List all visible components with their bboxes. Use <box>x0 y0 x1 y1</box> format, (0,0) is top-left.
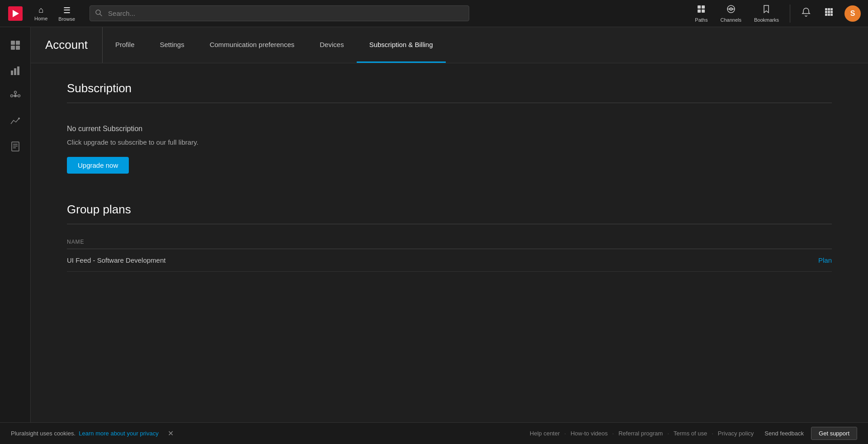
top-nav: ⌂ Home ☰ Browse Paths <box>0 0 868 27</box>
search-input[interactable] <box>90 5 469 21</box>
left-sidebar <box>0 27 31 444</box>
footer-link-help[interactable]: Help center <box>530 430 560 437</box>
svg-point-27 <box>10 95 13 97</box>
upgrade-now-button[interactable]: Upgrade now <box>67 157 129 174</box>
user-avatar[interactable]: S <box>844 5 861 22</box>
apps-button[interactable] <box>818 5 839 22</box>
content-area: Subscription No current Subscription Cli… <box>31 63 868 444</box>
sidebar-item-grid[interactable] <box>5 34 26 56</box>
svg-rect-19 <box>11 41 15 45</box>
footer-link-privacy[interactable]: Privacy policy <box>718 430 754 437</box>
tab-subscription[interactable]: Subscription & Billing <box>357 27 446 63</box>
footer-links: Help center · How-to videos · Referral p… <box>530 430 754 437</box>
bookmarks-icon <box>761 4 771 16</box>
group-plan-link[interactable]: Plan <box>818 256 832 264</box>
tab-settings[interactable]: Settings <box>147 27 197 63</box>
account-title: Account <box>45 27 103 63</box>
channels-icon <box>726 4 736 16</box>
tab-communication[interactable]: Communication preferences <box>197 27 307 63</box>
search-bar <box>90 5 469 21</box>
upgrade-hint-text: Click upgrade to subscribe to our full l… <box>67 138 832 146</box>
svg-rect-5 <box>702 5 705 9</box>
svg-rect-14 <box>828 11 830 13</box>
send-feedback-button[interactable]: Send feedback <box>764 430 804 437</box>
subscription-content: No current Subscription Click upgrade to… <box>67 118 832 181</box>
group-plan-name: UI Feed - Software Development <box>67 256 165 264</box>
nav-divider <box>790 5 790 23</box>
browse-icon: ☰ <box>63 5 71 15</box>
paths-nav-item[interactable]: Paths <box>689 2 713 24</box>
get-support-button[interactable]: Get support <box>811 427 857 440</box>
svg-rect-16 <box>825 14 827 16</box>
svg-rect-11 <box>828 8 830 10</box>
home-nav-item[interactable]: ⌂ Home <box>31 5 51 21</box>
tab-profile[interactable]: Profile <box>103 27 147 63</box>
footer-link-referral[interactable]: Referral program <box>618 430 663 437</box>
channels-nav-item[interactable]: Channels <box>715 2 746 24</box>
group-plans-title: Group plans <box>67 203 832 217</box>
svg-point-28 <box>18 95 20 97</box>
subscription-divider <box>67 103 832 103</box>
cookie-learn-more-link[interactable]: Learn more about your privacy <box>79 430 158 437</box>
bookmarks-label: Bookmarks <box>754 17 779 23</box>
bookmarks-nav-item[interactable]: Bookmarks <box>749 2 784 24</box>
no-subscription-text: No current Subscription <box>67 125 832 133</box>
sidebar-item-notes[interactable] <box>5 136 26 157</box>
svg-point-26 <box>14 94 17 97</box>
nav-right: Paths Channels Bookmarks <box>689 2 861 24</box>
browse-nav-item[interactable]: ☰ Browse <box>55 5 79 22</box>
sidebar-item-connections[interactable] <box>5 85 26 107</box>
sidebar-item-analytics[interactable] <box>5 60 26 81</box>
svg-rect-6 <box>698 9 701 13</box>
svg-rect-23 <box>11 71 13 75</box>
main-layout: Account Profile Settings Communication p… <box>0 27 868 444</box>
apps-icon <box>824 7 834 19</box>
svg-rect-24 <box>14 68 16 75</box>
svg-rect-10 <box>825 8 827 10</box>
bell-icon <box>801 7 811 19</box>
svg-rect-25 <box>17 66 19 75</box>
svg-rect-34 <box>12 142 19 151</box>
svg-rect-18 <box>830 14 833 16</box>
svg-rect-4 <box>698 5 701 9</box>
svg-point-33 <box>18 118 20 119</box>
logo[interactable] <box>7 5 24 22</box>
paths-icon <box>696 4 706 16</box>
table-row: UI Feed - Software Development Plan <box>67 249 832 272</box>
channels-label: Channels <box>720 17 741 23</box>
footer: Pluralsight uses cookies. Learn more abo… <box>0 422 868 444</box>
svg-line-3 <box>100 14 102 16</box>
group-plans-table: NAME UI Feed - Software Development Plan <box>67 239 832 272</box>
svg-rect-21 <box>11 46 15 50</box>
cookie-close-button[interactable]: ✕ <box>164 427 177 439</box>
svg-rect-7 <box>702 9 705 13</box>
search-icon <box>95 9 102 18</box>
subscription-section: Subscription No current Subscription Cli… <box>67 81 832 181</box>
footer-cookie-notice: Pluralsight uses cookies. Learn more abo… <box>11 427 530 439</box>
subscription-title: Subscription <box>67 81 832 95</box>
account-header: Account Profile Settings Communication p… <box>31 27 868 63</box>
footer-right: Send feedback Get support <box>764 427 857 440</box>
browse-label: Browse <box>58 16 75 22</box>
notifications-button[interactable] <box>796 5 816 22</box>
paths-label: Paths <box>695 17 708 23</box>
svg-rect-15 <box>830 11 833 13</box>
footer-link-videos[interactable]: How-to videos <box>571 430 608 437</box>
home-icon: ⌂ <box>38 5 43 15</box>
table-column-name: NAME <box>67 239 832 249</box>
tab-devices[interactable]: Devices <box>307 27 356 63</box>
group-plans-section: Group plans NAME UI Feed - Software Deve… <box>67 203 832 272</box>
footer-link-terms[interactable]: Terms of use <box>674 430 707 437</box>
svg-rect-13 <box>825 11 827 13</box>
svg-rect-22 <box>16 46 20 50</box>
svg-rect-12 <box>830 8 833 10</box>
account-tabs: Profile Settings Communication preferenc… <box>103 27 446 63</box>
svg-point-29 <box>14 91 16 94</box>
svg-rect-20 <box>16 41 20 45</box>
group-plans-divider <box>67 224 832 224</box>
sidebar-item-chart[interactable] <box>5 110 26 132</box>
cookie-notice-text: Pluralsight uses cookies. Learn more abo… <box>11 430 159 437</box>
home-label: Home <box>34 16 47 21</box>
svg-rect-17 <box>828 14 830 16</box>
